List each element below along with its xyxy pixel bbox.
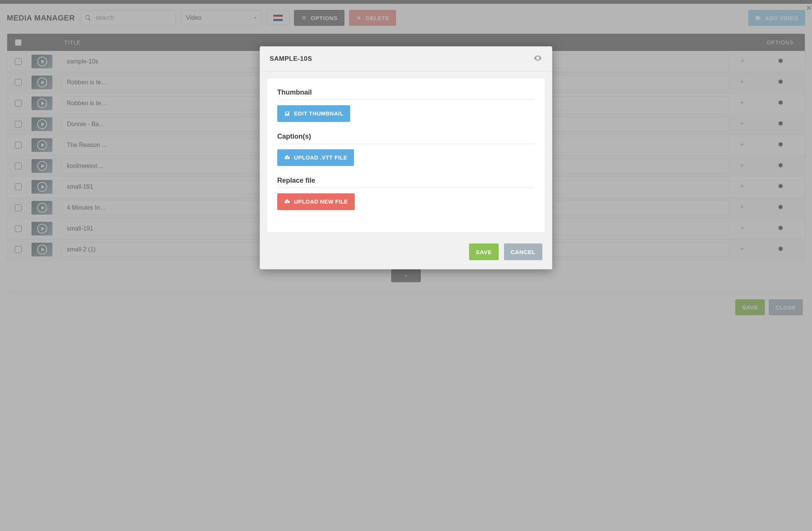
edit-media-modal: SAMPLE-10S Thumbnail EDIT THUMBNAIL Capt… — [260, 46, 552, 269]
section-captions: Caption(s) UPLOAD .VTT FILE — [277, 129, 535, 166]
eye-icon — [533, 54, 542, 63]
section-replace-heading: Replace file — [277, 173, 535, 188]
edit-thumbnail-label: EDIT THUMBNAIL — [294, 111, 343, 117]
modal-save-button[interactable]: SAVE — [469, 243, 499, 260]
preview-icon[interactable] — [533, 54, 542, 64]
section-captions-heading: Caption(s) — [277, 129, 535, 144]
edit-thumbnail-button[interactable]: EDIT THUMBNAIL — [277, 105, 350, 122]
upload-new-file-button[interactable]: UPLOAD NEW FILE — [277, 193, 355, 210]
image-icon — [284, 111, 290, 117]
section-thumbnail-heading: Thumbnail — [277, 85, 535, 100]
modal-body: Thumbnail EDIT THUMBNAIL Caption(s) UPLO… — [267, 78, 545, 232]
cloud-upload-icon — [284, 155, 290, 161]
modal-save-label: SAVE — [476, 249, 492, 255]
upload-vtt-label: UPLOAD .VTT FILE — [294, 155, 347, 161]
modal-cancel-label: CANCEL — [511, 249, 536, 255]
modal-header: SAMPLE-10S — [260, 46, 552, 71]
section-thumbnail: Thumbnail EDIT THUMBNAIL — [277, 85, 535, 122]
modal-cancel-button[interactable]: CANCEL — [504, 243, 543, 260]
modal-footer: SAVE CANCEL — [260, 232, 552, 269]
section-replace: Replace file UPLOAD NEW FILE — [277, 173, 535, 210]
modal-title: SAMPLE-10S — [270, 55, 312, 63]
upload-vtt-button[interactable]: UPLOAD .VTT FILE — [277, 149, 354, 166]
cloud-upload-icon — [284, 199, 290, 205]
upload-new-file-label: UPLOAD NEW FILE — [294, 199, 348, 205]
